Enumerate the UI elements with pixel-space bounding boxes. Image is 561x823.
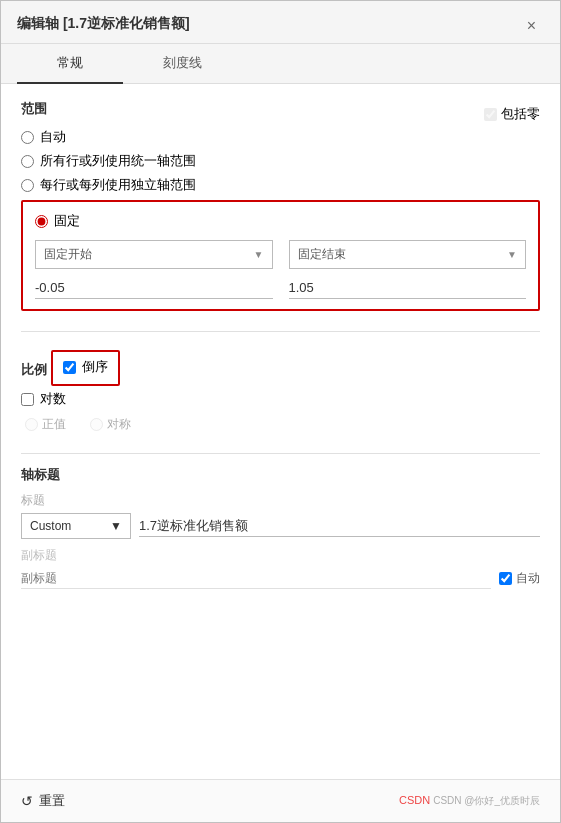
title-label: 标题	[21, 492, 540, 509]
fixed-start-dropdown[interactable]: 固定开始 ▼	[35, 240, 273, 269]
positive-radio	[25, 418, 38, 431]
log-checkbox-row: 对数	[21, 390, 540, 408]
subtitle-row: 自动	[21, 568, 540, 589]
axis-title-row: Custom ▼	[21, 513, 540, 539]
include-zero-checkbox[interactable]	[484, 108, 497, 121]
axis-title-section: 轴标题 标题 Custom ▼ 副标题 自动	[21, 466, 540, 589]
divider-2	[21, 453, 540, 454]
radio-all-rows-label: 所有行或列使用统一轴范围	[40, 152, 196, 170]
fixed-end-input[interactable]	[289, 277, 527, 299]
radio-auto-row: 自动	[21, 128, 540, 146]
radio-fixed-row: 固定	[35, 212, 526, 230]
auto-checkbox-container: 自动	[499, 570, 540, 587]
range-section: 范围 包括零 自动 所有行或列使用统一轴范围 每行或每列使用独立轴范围	[21, 100, 540, 311]
include-zero-label: 包括零	[501, 105, 540, 123]
axis-title-dropdown[interactable]: Custom ▼	[21, 513, 131, 539]
tab-ticks[interactable]: 刻度线	[123, 44, 242, 84]
log-label: 对数	[40, 390, 66, 408]
scale-section: 比例 倒序 对数 正值 对称	[21, 344, 540, 433]
dialog-title: 编辑轴 [1.7逆标准化销售额]	[17, 15, 190, 41]
log-checkbox[interactable]	[21, 393, 34, 406]
radio-all-rows[interactable]	[21, 155, 34, 168]
symmetric-radio-row: 对称	[90, 416, 131, 433]
auto-label: 自动	[516, 570, 540, 587]
reversed-checkbox-row: 倒序	[63, 358, 108, 376]
subtitle-input[interactable]	[21, 568, 491, 589]
close-button[interactable]: ×	[519, 13, 544, 39]
radio-auto[interactable]	[21, 131, 34, 144]
divider-1	[21, 331, 540, 332]
dialog-footer: ↺ 重置 CSDN CSDN @你好_优质时辰	[1, 779, 560, 822]
radio-all-rows-row: 所有行或列使用统一轴范围	[21, 152, 540, 170]
radio-fixed-label: 固定	[54, 212, 80, 230]
dialog-body: 范围 包括零 自动 所有行或列使用统一轴范围 每行或每列使用独立轴范围	[1, 84, 560, 779]
fixed-box: 固定 固定开始 ▼ 固定结束 ▼	[21, 200, 540, 311]
fixed-start-dropdown-label: 固定开始	[44, 246, 92, 263]
fixed-end-chevron-icon: ▼	[507, 249, 517, 260]
watermark: CSDN CSDN @你好_优质时辰	[399, 794, 540, 808]
positive-radio-row: 正值	[25, 416, 66, 433]
range-section-title: 范围	[21, 100, 47, 118]
subtitle-label: 副标题	[21, 547, 540, 564]
radio-each-row-row: 每行或每列使用独立轴范围	[21, 176, 540, 194]
reset-button[interactable]: ↺ 重置	[21, 792, 65, 810]
reset-label: 重置	[39, 792, 65, 810]
axis-title-dropdown-chevron-icon: ▼	[110, 519, 122, 533]
fixed-values-row	[35, 277, 526, 299]
fixed-dropdowns: 固定开始 ▼ 固定结束 ▼	[35, 240, 526, 269]
radio-each-row[interactable]	[21, 179, 34, 192]
fixed-start-chevron-icon: ▼	[254, 249, 264, 260]
radio-each-row-label: 每行或每列使用独立轴范围	[40, 176, 196, 194]
fixed-start-input[interactable]	[35, 277, 273, 299]
fixed-end-dropdown[interactable]: 固定结束 ▼	[289, 240, 527, 269]
tab-bar: 常规 刻度线	[1, 44, 560, 84]
reversed-label: 倒序	[82, 358, 108, 376]
symmetric-label: 对称	[107, 416, 131, 433]
edit-axis-dialog: 编辑轴 [1.7逆标准化销售额] × 常规 刻度线 范围 包括零 自动	[0, 0, 561, 823]
radio-auto-label: 自动	[40, 128, 66, 146]
tab-general[interactable]: 常规	[17, 44, 123, 84]
fixed-end-dropdown-label: 固定结束	[298, 246, 346, 263]
include-zero-container: 包括零	[484, 105, 540, 123]
symmetric-radio	[90, 418, 103, 431]
scale-section-title: 比例	[21, 362, 47, 377]
auto-checkbox[interactable]	[499, 572, 512, 585]
reversed-checkbox[interactable]	[63, 361, 76, 374]
axis-title-section-title: 轴标题	[21, 467, 60, 482]
reversed-box: 倒序	[51, 350, 120, 386]
range-header-row: 范围 包括零	[21, 100, 540, 128]
reset-icon: ↺	[21, 793, 33, 809]
positive-label: 正值	[42, 416, 66, 433]
axis-title-input[interactable]	[139, 515, 540, 537]
axis-title-dropdown-value: Custom	[30, 519, 71, 533]
dialog-header: 编辑轴 [1.7逆标准化销售额] ×	[1, 1, 560, 44]
scale-radio-group: 正值 对称	[25, 416, 540, 433]
radio-fixed[interactable]	[35, 215, 48, 228]
